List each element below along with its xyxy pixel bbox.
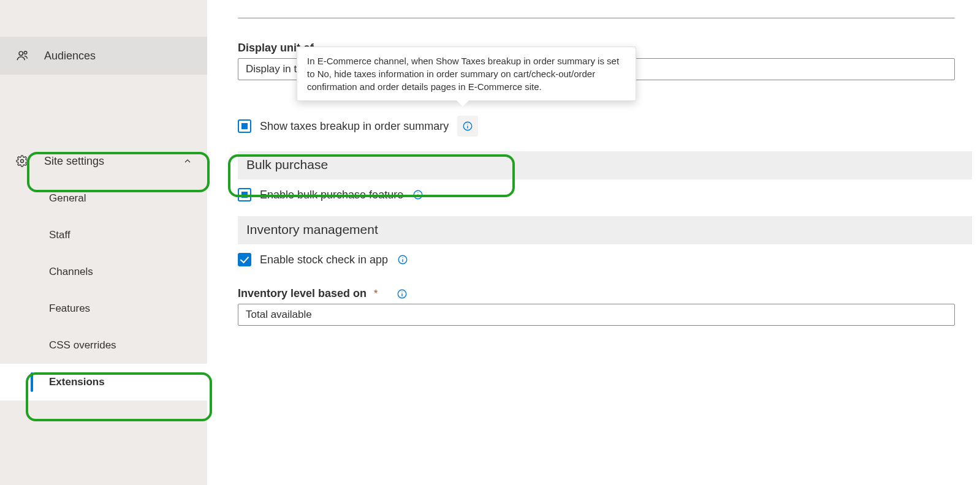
inventory-checkbox[interactable] xyxy=(238,253,251,266)
sidebar-item-label: Extensions xyxy=(49,376,105,388)
section-title: Inventory management xyxy=(246,222,378,236)
inventory-label: Enable stock check in app xyxy=(260,254,388,266)
gear-icon xyxy=(16,155,44,167)
sidebar-item-channels[interactable]: Channels xyxy=(0,254,207,290)
svg-point-0 xyxy=(19,51,23,55)
sidebar: Audiences Site settings General Staff Ch… xyxy=(0,0,207,485)
bulk-row: Enable bulk purchase feature xyxy=(238,179,980,212)
show-taxes-checkbox[interactable] xyxy=(238,119,251,133)
sidebar-item-label: Staff xyxy=(49,229,70,241)
info-tooltip: In E-Commerce channel, when Show Taxes b… xyxy=(297,47,636,101)
inventory-row: Enable stock check in app xyxy=(238,244,980,277)
section-title: Bulk purchase xyxy=(246,157,328,171)
inventory-level-label: Inventory level based on xyxy=(238,287,367,300)
svg-point-1 xyxy=(24,51,27,55)
sidebar-item-general[interactable]: General xyxy=(0,180,207,217)
section-inventory: Inventory management xyxy=(238,216,972,244)
sidebar-item-label: CSS overrides xyxy=(49,339,116,352)
bulk-label: Enable bulk purchase feature xyxy=(260,189,403,201)
svg-point-2 xyxy=(21,160,24,163)
info-icon[interactable] xyxy=(397,254,409,266)
sidebar-item-label: Audiences xyxy=(44,50,96,62)
info-icon[interactable] xyxy=(396,288,408,300)
previous-input-cutoff[interactable] xyxy=(238,17,955,18)
sidebar-item-label: Channels xyxy=(49,266,93,278)
sidebar-item-staff[interactable]: Staff xyxy=(0,217,207,254)
show-taxes-label: Show taxes breakup in order summary xyxy=(260,120,449,133)
sidebar-item-label: Site settings xyxy=(44,155,104,168)
chevron-up-icon xyxy=(183,156,192,166)
svg-point-14 xyxy=(402,291,403,292)
sidebar-item-audiences[interactable]: Audiences xyxy=(0,37,207,75)
required-asterisk: * xyxy=(371,288,380,299)
sidebar-item-features[interactable]: Features xyxy=(0,290,207,327)
sidebar-item-site-settings[interactable]: Site settings xyxy=(0,142,207,180)
inventory-level-select[interactable]: Total available xyxy=(238,304,955,326)
svg-point-5 xyxy=(468,124,468,124)
info-icon[interactable] xyxy=(457,116,478,137)
sidebar-item-css-overrides[interactable]: CSS overrides xyxy=(0,327,207,364)
sidebar-item-label: General xyxy=(49,192,86,205)
settings-panel: Display unit of Display in the In E-Comm… xyxy=(207,0,980,485)
audiences-icon xyxy=(16,49,44,62)
inventory-level-value: Total available xyxy=(246,309,312,321)
tooltip-text: In E-Commerce channel, when Show Taxes b… xyxy=(307,56,619,92)
section-bulk-purchase: Bulk purchase xyxy=(238,151,972,179)
sidebar-item-label: Features xyxy=(49,303,90,315)
bulk-checkbox[interactable] xyxy=(238,188,251,201)
info-icon[interactable] xyxy=(412,189,424,201)
sidebar-item-extensions[interactable]: Extensions xyxy=(0,364,207,400)
svg-point-11 xyxy=(403,257,403,258)
show-taxes-row: Show taxes breakup in order summary xyxy=(238,107,980,148)
svg-point-8 xyxy=(418,192,419,193)
